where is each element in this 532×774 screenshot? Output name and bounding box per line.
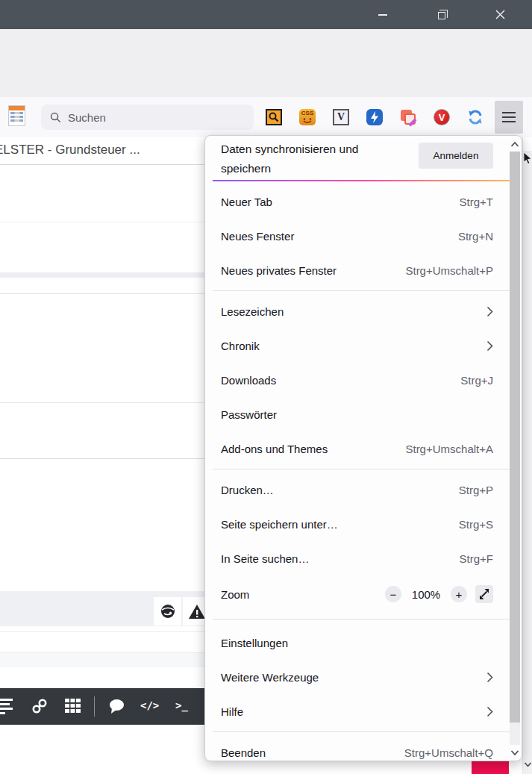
search-input[interactable]: Suchen xyxy=(41,104,254,130)
close-icon xyxy=(495,10,505,19)
menu-button[interactable] xyxy=(495,101,523,134)
sync-tabs-extension-icon[interactable] xyxy=(467,109,484,125)
menu-item-downloads[interactable]: Downloads Strg+J xyxy=(205,363,522,397)
menu-list: Neuer Tab Strg+T Neues Fenster Strg+N Ne… xyxy=(205,181,522,761)
sync-title: Daten synchronisieren und speichern xyxy=(221,140,398,178)
link-icon[interactable] xyxy=(31,698,48,714)
terminal-icon[interactable]: >_ xyxy=(175,699,188,711)
menu-item-neues-fenster[interactable]: Neues Fenster Strg+N xyxy=(205,219,522,253)
title-bar xyxy=(0,0,532,29)
menu-scroll-down-button[interactable] xyxy=(509,745,521,760)
navigation-toolbar: Suchen CSS V V xyxy=(0,97,532,137)
menu-item-lesezeichen[interactable]: Lesezeichen xyxy=(205,294,522,328)
search-placeholder: Suchen xyxy=(68,111,106,124)
fullscreen-button[interactable] xyxy=(475,585,493,603)
chevron-down-icon xyxy=(510,749,519,756)
restore-button[interactable] xyxy=(424,0,457,29)
minimize-icon xyxy=(378,14,387,16)
sign-in-button[interactable]: Anmelden xyxy=(419,143,493,169)
screenshot-search-extension-icon[interactable] xyxy=(266,109,282,125)
list-lines-icon[interactable] xyxy=(0,698,14,714)
menu-item-chronik[interactable]: Chronik xyxy=(205,328,522,363)
red-action-button[interactable] xyxy=(472,761,509,774)
app-menu-popup: Daten synchronisieren und speichern Anme… xyxy=(204,135,522,761)
chevron-right-icon xyxy=(486,672,493,683)
zoom-level[interactable]: 100% xyxy=(410,588,442,601)
css-style-extension-icon[interactable]: CSS xyxy=(299,109,316,125)
code-icon[interactable]: </> xyxy=(140,699,159,711)
menu-item-beenden[interactable]: Beenden Strg+Umschalt+Q xyxy=(205,735,522,761)
menu-item-seite-speichern[interactable]: Seite speichern unter… Strg+S xyxy=(205,507,522,541)
menu-separator xyxy=(213,469,514,469)
search-icon xyxy=(50,112,61,123)
chevron-right-icon xyxy=(486,340,493,352)
lightning-extension-icon[interactable] xyxy=(366,109,383,125)
chevron-right-icon xyxy=(486,706,493,717)
language-button[interactable] xyxy=(154,597,181,625)
window-scrollbar[interactable] xyxy=(522,137,532,774)
restore-icon xyxy=(438,12,445,19)
hamburger-icon xyxy=(502,112,516,113)
page-title: ELSTER - Grundsteuer ... xyxy=(0,143,140,157)
menu-item-weitere-werkzeuge[interactable]: Weitere Werkzeuge xyxy=(205,660,522,694)
image-edit-extension-icon[interactable] xyxy=(400,109,416,125)
menu-item-einstellungen[interactable]: Einstellungen xyxy=(205,625,522,660)
menu-item-neuer-tab[interactable]: Neuer Tab Strg+T xyxy=(205,184,522,219)
menu-separator xyxy=(213,290,514,291)
sync-header: Daten synchronisieren und speichern Anme… xyxy=(205,136,522,180)
zoom-in-button[interactable]: + xyxy=(451,586,467,602)
menu-separator xyxy=(213,619,514,619)
chat-bubble-icon[interactable] xyxy=(108,699,125,714)
chevron-up-icon xyxy=(510,141,519,148)
menu-scrollbar[interactable] xyxy=(509,137,521,760)
menu-item-neues-privates-fenster[interactable]: Neues privates Fenster Strg+Umschalt+P xyxy=(205,253,522,287)
mouse-cursor xyxy=(524,152,532,164)
menu-item-addons-themes[interactable]: Add-ons und Themes Strg+Umschalt+A xyxy=(205,431,522,466)
v-badge-extension-icon[interactable]: V xyxy=(434,109,450,125)
menu-scroll-up-button[interactable] xyxy=(509,137,521,152)
menu-separator xyxy=(213,731,514,732)
zoom-out-button[interactable]: − xyxy=(385,586,401,602)
chrome-area xyxy=(0,29,532,97)
minimize-button[interactable] xyxy=(366,0,399,29)
warning-icon xyxy=(188,604,206,619)
globe-icon xyxy=(160,603,176,619)
extension-toolbar: CSS V V xyxy=(266,109,484,125)
menu-item-drucken[interactable]: Drucken… Strg+P xyxy=(205,472,522,507)
scrollbar-down-icon[interactable] xyxy=(524,758,532,771)
chevron-right-icon xyxy=(486,306,493,317)
menu-item-zoom: Zoom − 100% + xyxy=(205,575,522,613)
menu-item-passwoerter[interactable]: Passwörter xyxy=(205,397,522,431)
toolbar-divider xyxy=(94,696,95,717)
page-thumbnail-icon[interactable] xyxy=(8,105,25,126)
menu-item-in-seite-suchen[interactable]: In Seite suchen… Strg+F xyxy=(205,541,522,575)
grid-icon[interactable] xyxy=(65,699,81,713)
menu-item-hilfe[interactable]: Hilfe xyxy=(205,694,522,728)
close-button[interactable] xyxy=(484,0,516,29)
fullscreen-icon xyxy=(479,589,489,599)
v-letter-extension-icon[interactable]: V xyxy=(333,109,349,125)
menu-scrollbar-thumb[interactable] xyxy=(510,152,520,722)
browser-window: Suchen CSS V V xyxy=(0,0,532,774)
